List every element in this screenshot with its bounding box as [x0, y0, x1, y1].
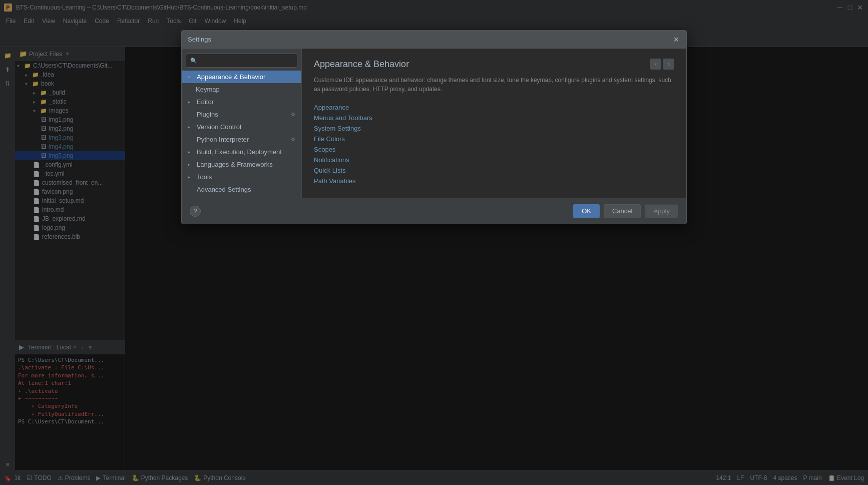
nav-label-appearance: Appearance & Behavior [197, 73, 265, 81]
dialog-title-bar: Settings ✕ [182, 31, 686, 49]
python-gear-icon: ⚙ [291, 137, 295, 142]
settings-nav: 🔍 ▾ Appearance & Behavior Keymap ▸ Edito… [182, 49, 302, 198]
settings-search-input[interactable] [200, 57, 293, 64]
nav-arrow-editor: ▸ [188, 99, 194, 105]
nav-label-tools: Tools [197, 173, 212, 181]
content-forward-button[interactable]: › [663, 59, 674, 70]
nav-version-control[interactable]: ▸ Version Control [182, 121, 301, 133]
settings-content: Appearance & Behavior ‹ › Customize IDE … [302, 49, 686, 198]
nav-label-python: Python Interpreter [197, 136, 249, 143]
settings-content-header: Appearance & Behavior ‹ › [314, 59, 674, 70]
nav-label-build: Build, Execution, Deployment [197, 148, 282, 156]
link-notifications[interactable]: Notifications [314, 156, 674, 164]
nav-arrow-tools: ▸ [188, 174, 194, 180]
nav-label-lang: Languages & Frameworks [197, 161, 273, 168]
modal-overlay: Settings ✕ 🔍 ▾ Appearance & Behavior Key… [0, 0, 868, 485]
content-nav-arrows: ‹ › [650, 59, 674, 70]
nav-label-advanced: Advanced Settings [197, 186, 251, 193]
nav-keymap[interactable]: Keymap [182, 83, 301, 96]
apply-button[interactable]: Apply [645, 204, 678, 218]
content-back-button[interactable]: ‹ [650, 59, 661, 70]
nav-advanced-settings[interactable]: ▸ Advanced Settings [182, 183, 301, 196]
nav-label-keymap: Keymap [196, 86, 220, 93]
settings-links: Appearance Menus and Toolbars System Set… [314, 104, 674, 185]
dialog-title: Settings [188, 36, 211, 43]
dialog-body: 🔍 ▾ Appearance & Behavior Keymap ▸ Edito… [182, 49, 686, 198]
nav-arrow-build: ▸ [188, 149, 194, 155]
help-button[interactable]: ? [190, 206, 201, 217]
nav-build-execution[interactable]: ▸ Build, Execution, Deployment [182, 146, 301, 158]
cancel-button[interactable]: Cancel [604, 204, 641, 218]
nav-languages-frameworks[interactable]: ▸ Languages & Frameworks [182, 158, 301, 171]
settings-description: Customize IDE appearance and behavior: c… [314, 76, 674, 94]
nav-arrow-appearance: ▾ [188, 74, 194, 80]
settings-content-title: Appearance & Behavior [314, 59, 409, 70]
link-path-variables[interactable]: Path Variables [314, 177, 674, 185]
nav-arrow-vc: ▸ [188, 124, 194, 130]
link-appearance[interactable]: Appearance [314, 104, 674, 111]
link-quick-lists[interactable]: Quick Lists [314, 167, 674, 174]
settings-dialog: Settings ✕ 🔍 ▾ Appearance & Behavior Key… [181, 30, 687, 224]
ok-button[interactable]: OK [573, 204, 600, 218]
link-scopes[interactable]: Scopes [314, 146, 674, 153]
help-icon: ? [194, 208, 197, 215]
search-icon: 🔍 [190, 58, 197, 64]
nav-plugins[interactable]: ▸ Plugins ⚙ [182, 108, 301, 121]
nav-python-interpreter[interactable]: ▸ Python Interpreter ⚙ [182, 133, 301, 146]
link-file-colors[interactable]: File Colors [314, 135, 674, 143]
nav-label-vc: Version Control [197, 123, 241, 131]
settings-search-box[interactable]: 🔍 [186, 54, 297, 68]
nav-label-plugins: Plugins [197, 111, 218, 118]
plugin-gear-icon: ⚙ [291, 112, 295, 117]
nav-arrow-lang: ▸ [188, 162, 194, 167]
dialog-footer: ? OK Cancel Apply [182, 198, 686, 224]
nav-appearance-behavior[interactable]: ▾ Appearance & Behavior [182, 71, 301, 83]
link-system-settings[interactable]: System Settings [314, 125, 674, 132]
dialog-close-button[interactable]: ✕ [672, 36, 680, 44]
nav-editor[interactable]: ▸ Editor [182, 96, 301, 108]
nav-label-editor: Editor [197, 98, 214, 106]
nav-tools[interactable]: ▸ Tools [182, 171, 301, 183]
link-menus-toolbars[interactable]: Menus and Toolbars [314, 114, 674, 122]
